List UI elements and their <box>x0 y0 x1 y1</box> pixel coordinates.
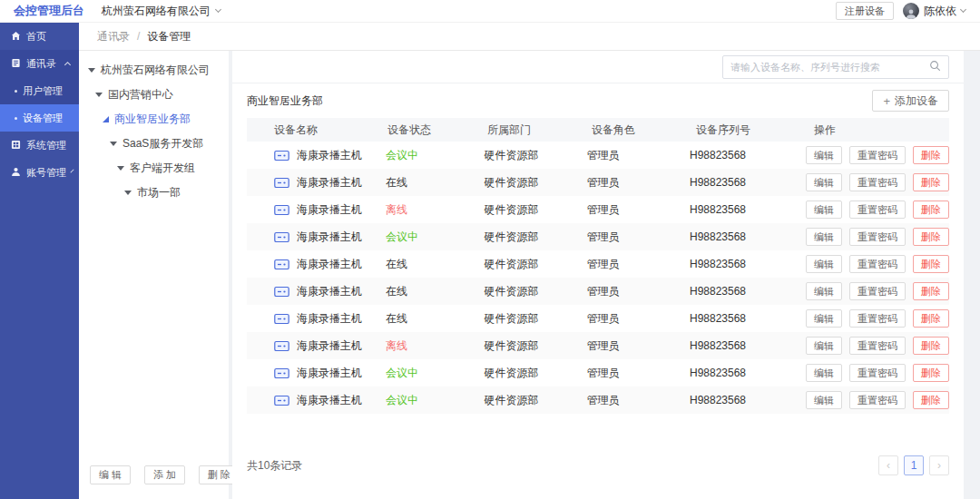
device-serial: H98823568 <box>690 149 806 161</box>
device-icon <box>274 204 289 216</box>
bullet-icon <box>15 117 17 120</box>
delete-button[interactable]: 删除 <box>913 309 949 328</box>
delete-button[interactable]: 删除 <box>913 255 949 273</box>
app-title: 会控管理后台 <box>0 3 102 19</box>
device-serial: H98823568 <box>690 258 806 270</box>
reset-password-button[interactable]: 重置密码 <box>849 391 906 409</box>
device-icon <box>274 395 289 406</box>
table-row: 海康录播主机 在线 硬件资源部 管理员 H98823568 编辑 重置密码 删除 <box>247 305 949 332</box>
sidebar-item-user-management[interactable]: 用户管理 <box>0 77 79 104</box>
sidebar-item-contacts[interactable]: 通讯录 <box>0 50 79 77</box>
table-row: 海康录播主机 在线 硬件资源部 管理员 H98823568 编辑 重置密码 删除 <box>247 169 949 196</box>
reset-password-button[interactable]: 重置密码 <box>849 337 906 355</box>
edit-button[interactable]: 编辑 <box>806 391 842 409</box>
device-name: 海康录播主机 <box>297 284 362 299</box>
reset-password-button[interactable]: 重置密码 <box>849 201 906 219</box>
device-icon <box>274 286 289 298</box>
reset-password-button[interactable]: 重置密码 <box>849 146 906 164</box>
reset-password-button[interactable]: 重置密码 <box>849 282 906 300</box>
table-row: 海康录播主机 在线 硬件资源部 管理员 H98823568 编辑 重置密码 删除 <box>247 250 949 278</box>
sidebar-item-home[interactable]: 首页 <box>0 23 79 50</box>
sidebar-item-system-management[interactable]: 系统管理 <box>0 132 79 159</box>
device-department: 硬件资源部 <box>484 393 586 408</box>
user-menu[interactable]: 陈依依 <box>903 3 965 19</box>
reset-password-button[interactable]: 重置密码 <box>849 255 906 273</box>
page-number-button[interactable]: 1 <box>904 455 924 475</box>
tree-node-business-dept[interactable]: 商业智居业务部 <box>79 107 229 132</box>
edit-button[interactable]: 编辑 <box>806 201 842 219</box>
delete-button[interactable]: 删除 <box>913 146 949 164</box>
device-status: 会议中 <box>386 149 418 161</box>
tree-node-company[interactable]: 杭州萤石网络有限公司 <box>79 58 229 83</box>
device-icon <box>274 367 289 379</box>
delete-button[interactable]: 删除 <box>913 201 949 219</box>
delete-button[interactable]: 删除 <box>913 282 949 300</box>
device-icon <box>274 259 289 270</box>
search-input[interactable] <box>730 62 929 73</box>
sidebar-item-account-management[interactable]: 账号管理 <box>0 159 79 186</box>
chevron-up-icon <box>64 62 71 68</box>
edit-button[interactable]: 编辑 <box>806 309 842 328</box>
avatar <box>903 3 919 19</box>
delete-button[interactable]: 删除 <box>913 228 949 246</box>
breadcrumb-separator: / <box>137 30 140 43</box>
record-count: 共10条记录 <box>247 458 302 474</box>
reset-password-button[interactable]: 重置密码 <box>849 228 906 246</box>
tree-node-marketing-center[interactable]: 国内营销中心 <box>79 83 229 107</box>
caret-down-icon <box>88 68 95 73</box>
register-device-button[interactable]: 注册设备 <box>836 2 894 20</box>
edit-button[interactable]: 编辑 <box>806 364 842 382</box>
sidebar-item-device-management[interactable]: 设备管理 <box>0 104 79 132</box>
reset-password-button[interactable]: 重置密码 <box>849 309 906 328</box>
delete-button[interactable]: 删除 <box>913 337 949 355</box>
delete-button[interactable]: 删除 <box>913 364 949 382</box>
tree-edit-button[interactable]: 编辑 <box>90 465 131 484</box>
table-row: 海康录播主机 在线 硬件资源部 管理员 H98823568 编辑 重置密码 删除 <box>247 278 949 305</box>
chevron-down-icon <box>70 169 74 172</box>
plus-icon: + <box>883 94 890 108</box>
device-role: 管理员 <box>587 175 690 191</box>
caret-down-icon <box>124 191 132 195</box>
reset-password-button[interactable]: 重置密码 <box>849 364 906 382</box>
edit-button[interactable]: 编辑 <box>806 228 842 246</box>
table-row: 海康录播主机 离线 硬件资源部 管理员 H98823568 编辑 重置密码 删除 <box>247 196 949 223</box>
device-department: 硬件资源部 <box>484 148 586 163</box>
prev-page-button[interactable]: ‹ <box>878 455 898 475</box>
caret-down-icon <box>110 142 117 146</box>
device-serial: H98823568 <box>690 339 806 352</box>
edit-button[interactable]: 编辑 <box>806 173 842 191</box>
device-serial: H98823568 <box>690 394 806 406</box>
column-header-actions: 操作 <box>814 122 949 138</box>
delete-button[interactable]: 删除 <box>913 173 949 191</box>
column-header-name: 设备名称 <box>247 122 387 138</box>
search-icon[interactable] <box>929 60 941 74</box>
edit-button[interactable]: 编辑 <box>806 255 842 273</box>
device-serial: H98823568 <box>690 203 806 216</box>
edit-button[interactable]: 编辑 <box>806 282 842 300</box>
company-selector[interactable]: 杭州萤石网络有限公司 <box>102 4 220 19</box>
tree-node-saas-dept[interactable]: SaaS服务开发部 <box>79 132 229 156</box>
device-name: 海康录播主机 <box>297 175 362 191</box>
device-name: 海康录播主机 <box>297 257 362 272</box>
tree-add-button[interactable]: 添加 <box>144 465 185 484</box>
home-icon <box>11 31 21 43</box>
delete-button[interactable]: 删除 <box>913 391 949 409</box>
device-serial: H98823568 <box>690 367 806 379</box>
top-header: 会控管理后台 杭州萤石网络有限公司 注册设备 陈依依 <box>0 0 980 23</box>
edit-button[interactable]: 编辑 <box>806 337 842 355</box>
device-serial: H98823568 <box>690 312 806 325</box>
reset-password-button[interactable]: 重置密码 <box>849 173 906 191</box>
device-icon <box>274 340 289 352</box>
device-status: 会议中 <box>386 230 418 243</box>
device-role: 管理员 <box>587 257 690 272</box>
next-page-button[interactable]: › <box>929 455 949 475</box>
device-role: 管理员 <box>587 148 690 163</box>
device-department: 硬件资源部 <box>484 311 586 327</box>
tree-node-client-group[interactable]: 客户端开发组 <box>79 156 229 181</box>
add-device-button[interactable]: + 添加设备 <box>872 90 949 112</box>
breadcrumb-parent[interactable]: 通讯录 <box>97 29 130 44</box>
device-department: 硬件资源部 <box>484 175 586 191</box>
device-name: 海康录播主机 <box>297 311 362 327</box>
tree-node-market-group[interactable]: 市场一部 <box>79 181 229 205</box>
edit-button[interactable]: 编辑 <box>806 146 842 164</box>
